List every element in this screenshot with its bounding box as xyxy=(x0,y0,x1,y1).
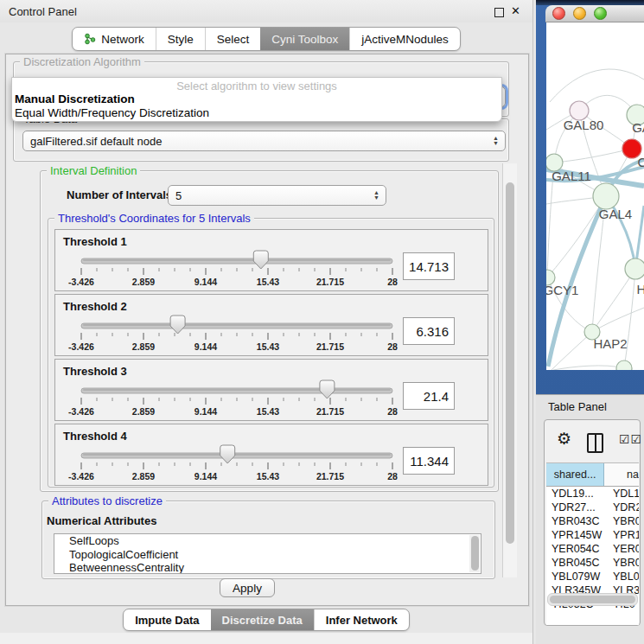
svg-text:28: 28 xyxy=(387,341,398,352)
tab-discretize-data[interactable]: Discretize Data xyxy=(211,609,314,630)
threshold-value-field[interactable]: 21.4 xyxy=(403,382,455,410)
cell-shared-name[interactable]: YER054C xyxy=(546,542,613,556)
cell-name[interactable]: YDL1 xyxy=(613,487,639,501)
cell-name[interactable]: YBL0 xyxy=(613,570,639,583)
scrollbar-thumb[interactable] xyxy=(550,596,635,603)
tab-infer-network[interactable]: Infer Network xyxy=(314,609,409,630)
scrollbar-thumb[interactable] xyxy=(506,182,514,544)
numerical-attributes-list[interactable]: SelfLoops TopologicalCoefficient Between… xyxy=(54,533,481,574)
cell-shared-name[interactable]: YDR27... xyxy=(546,501,613,514)
float-window-icon[interactable] xyxy=(494,8,504,17)
threshold-slider[interactable]: -3.4262.8599.14415.4321.71528 xyxy=(73,379,401,418)
apply-button[interactable]: Apply xyxy=(220,578,275,597)
threshold-value-field[interactable]: 6.316 xyxy=(403,317,455,345)
svg-text:2.859: 2.859 xyxy=(132,277,155,287)
attributes-section: Attributes to discretize Numerical Attri… xyxy=(41,501,495,579)
svg-text:-3.426: -3.426 xyxy=(68,277,94,287)
select-columns-icon[interactable]: ☑☑ xyxy=(619,432,642,446)
cell-name[interactable]: YER0 xyxy=(613,542,639,556)
network-view-canvas[interactable]: GAL80GACGAL11GAL4GCY1HHAP2 xyxy=(546,22,644,370)
panel-scrollbar[interactable] xyxy=(502,163,517,577)
combo-arrows-icon: ▲▼ xyxy=(493,131,499,150)
cell-name[interactable]: YBR0 xyxy=(613,556,639,570)
minimize-traffic-light-icon[interactable] xyxy=(573,7,586,20)
network-edge[interactable] xyxy=(592,308,644,332)
cell-name[interactable]: YBR0 xyxy=(613,514,639,528)
threshold-slider[interactable]: -3.4262.8599.14415.4321.71528 xyxy=(73,314,401,354)
svg-text:9.144: 9.144 xyxy=(194,471,217,481)
table-hscrollbar[interactable] xyxy=(547,593,638,606)
network-window-titlebar[interactable] xyxy=(545,5,644,22)
threshold-slider[interactable]: -3.4262.8599.14415.4321.71528 xyxy=(73,249,401,289)
network-edge[interactable] xyxy=(552,332,592,370)
cyni-toolbox-panel: Discretization Algorithm ▲▼ Table Data g… xyxy=(5,54,529,606)
combo-arrows-icon: ▲▼ xyxy=(373,186,379,205)
tab-cyni-toolbox[interactable]: Cyni Toolbox xyxy=(260,28,349,50)
list-scrollbar[interactable] xyxy=(469,535,480,572)
tab-label: jActiveMNodules xyxy=(361,33,449,46)
network-node-H[interactable] xyxy=(625,258,644,279)
table-row[interactable]: YPR145WYPR1 xyxy=(546,528,639,542)
threshold-value-field[interactable]: 14.713 xyxy=(403,252,455,280)
slider-thumb[interactable] xyxy=(170,316,185,334)
svg-text:-3.426: -3.426 xyxy=(68,341,94,352)
control-panel-titlebar: Control Panel ✕ xyxy=(0,0,532,22)
list-item[interactable]: TopologicalCoefficient xyxy=(54,548,481,562)
column-header-name[interactable]: na xyxy=(604,463,639,486)
cell-name[interactable]: YPR1 xyxy=(613,528,639,542)
close-icon[interactable]: ✕ xyxy=(511,4,520,17)
list-item[interactable]: BetweennessCentrality xyxy=(54,561,481,574)
right-pane: GAL80GACGAL11GAL4GCY1HHAP2 Table Panel ⚙… xyxy=(536,0,644,644)
network-edge[interactable] xyxy=(553,366,624,370)
table-row[interactable]: YBR045CYBR0 xyxy=(546,556,639,570)
cell-name[interactable]: YDR2 xyxy=(613,501,639,514)
table-row[interactable]: YDR27...YDR2 xyxy=(546,501,639,514)
table-data-combobox[interactable]: galFiltered.sif default node ▲▼ xyxy=(22,131,506,151)
close-traffic-light-icon[interactable] xyxy=(552,7,565,20)
network-node-GAL4[interactable] xyxy=(593,183,619,209)
dropdown-option-equal-width-frequency[interactable]: Equal Width/Frequency Discretization xyxy=(12,106,501,120)
table-row[interactable]: YBL079WYBL0 xyxy=(546,570,639,583)
network-edge[interactable] xyxy=(592,269,635,332)
svg-text:-3.426: -3.426 xyxy=(68,471,94,481)
threshold-slider[interactable]: -3.4262.8599.14415.4321.71528 xyxy=(73,443,401,483)
cell-shared-name[interactable]: YBL079W xyxy=(546,570,613,583)
cell-shared-name[interactable]: YBR045C xyxy=(546,556,613,570)
slider-thumb[interactable] xyxy=(320,380,335,399)
threshold-panel-2: Threshold 2-3.4262.8599.14415.4321.71528… xyxy=(54,294,488,356)
tab-select[interactable]: Select xyxy=(205,28,261,50)
dropdown-option-manual-discretization[interactable]: Manual Discretization xyxy=(12,92,501,106)
threshold-label: Threshold 3 xyxy=(63,365,127,378)
tab-impute-data[interactable]: Impute Data xyxy=(124,609,210,630)
column-visibility-icon[interactable] xyxy=(587,433,603,453)
tab-jactivemnodules[interactable]: jActiveMNodules xyxy=(349,28,460,50)
threshold-panel-3: Threshold 3-3.4262.8599.14415.4321.71528… xyxy=(54,359,488,421)
network-node-unlabeled[interactable] xyxy=(616,360,632,370)
tab-style[interactable]: Style xyxy=(156,28,205,50)
zoom-traffic-light-icon[interactable] xyxy=(594,7,607,20)
cell-shared-name[interactable]: YDL19... xyxy=(546,487,613,501)
svg-text:2.859: 2.859 xyxy=(132,406,155,417)
svg-text:21.715: 21.715 xyxy=(316,277,344,287)
table-row[interactable]: YDL19...YDL1 xyxy=(546,487,639,501)
svg-text:21.715: 21.715 xyxy=(316,341,344,352)
svg-text:15.43: 15.43 xyxy=(257,471,279,481)
threshold-value-field[interactable]: 11.344 xyxy=(403,447,455,475)
cell-shared-name[interactable]: YBR043C xyxy=(546,514,613,528)
slider-thumb[interactable] xyxy=(220,445,235,463)
slider-thumb[interactable] xyxy=(253,251,268,269)
threshold-label: Threshold 2 xyxy=(63,300,127,313)
table-row[interactable]: YBR043CYBR0 xyxy=(546,514,639,528)
threshold-label: Threshold 1 xyxy=(63,235,127,248)
cell-shared-name[interactable]: YPR145W xyxy=(546,528,613,542)
column-header-shared-name[interactable]: shared... xyxy=(546,463,604,486)
number-of-intervals-combobox[interactable]: 5 ▲▼ xyxy=(168,185,386,206)
svg-text:9.144: 9.144 xyxy=(194,277,217,287)
tab-network[interactable]: Network xyxy=(73,28,156,50)
section-title: Threshold's Coordinates for 5 Intervals xyxy=(54,212,254,225)
table-row[interactable]: YER054CYER0 xyxy=(546,542,639,556)
top-tab-bar: Network Style Select Cyni Toolbox jActiv… xyxy=(0,27,532,51)
table-header-row: shared... na xyxy=(546,463,639,487)
settings-gear-icon[interactable]: ⚙ xyxy=(557,429,571,449)
list-item[interactable]: SelfLoops xyxy=(54,534,481,548)
